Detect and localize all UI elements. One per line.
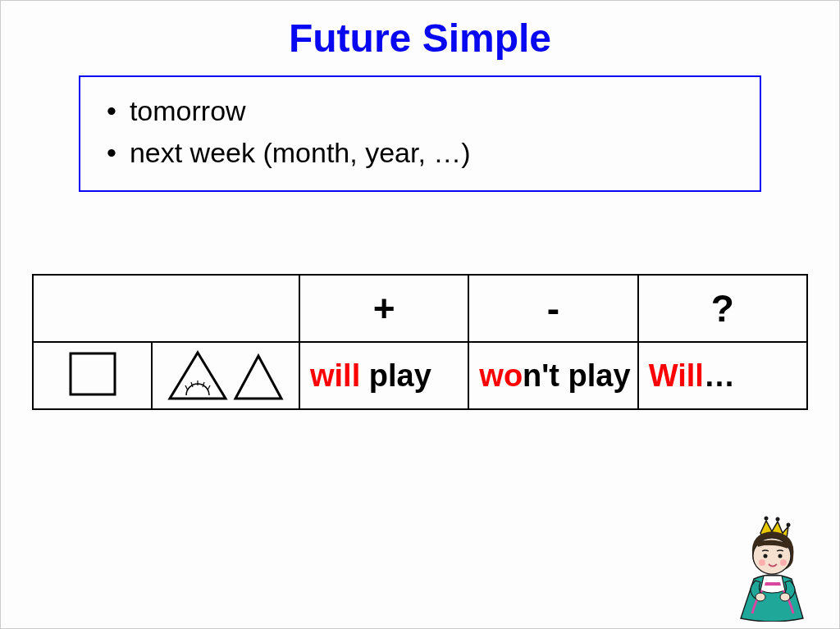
rest-text: n't play [523, 358, 631, 393]
verb-shape-cell [152, 342, 299, 409]
svg-marker-7 [235, 356, 281, 399]
aux-text: will [310, 358, 369, 393]
svg-point-16 [756, 593, 765, 601]
svg-line-2 [185, 385, 188, 390]
rest-text: … [704, 358, 735, 393]
svg-marker-1 [170, 353, 226, 399]
table-row: will play won't play Will… [33, 342, 807, 409]
aux-text: Will [649, 358, 704, 393]
question-cell: Will… [638, 342, 807, 409]
aux-text: wo [479, 358, 523, 393]
negative-cell: won't play [468, 342, 637, 409]
slide-title: Future Simple [1, 16, 839, 61]
triangle-sun-icon [167, 349, 229, 402]
table-header-row: + - ? [33, 275, 807, 342]
triangle-icon [232, 353, 285, 402]
grammar-table: + - ? [32, 274, 808, 410]
svg-point-12 [764, 554, 768, 558]
header-negative: - [468, 275, 637, 342]
bullet-item: next week (month, year, …) [95, 132, 745, 174]
svg-line-6 [208, 385, 210, 390]
svg-point-15 [780, 559, 787, 566]
svg-rect-0 [71, 353, 115, 394]
bullet-item: tomorrow [95, 90, 745, 132]
header-question: ? [638, 275, 807, 342]
header-affirmative: + [299, 275, 468, 342]
svg-point-17 [780, 593, 790, 601]
svg-point-14 [759, 559, 765, 566]
svg-point-13 [778, 554, 783, 558]
header-empty [33, 275, 299, 342]
subject-shape-cell [33, 342, 152, 409]
character-icon [721, 515, 819, 622]
square-icon [67, 350, 118, 398]
time-markers-box: tomorrow next week (month, year, …) [79, 75, 761, 192]
verb-text: play [369, 358, 431, 393]
affirmative-cell: will play [299, 342, 468, 409]
